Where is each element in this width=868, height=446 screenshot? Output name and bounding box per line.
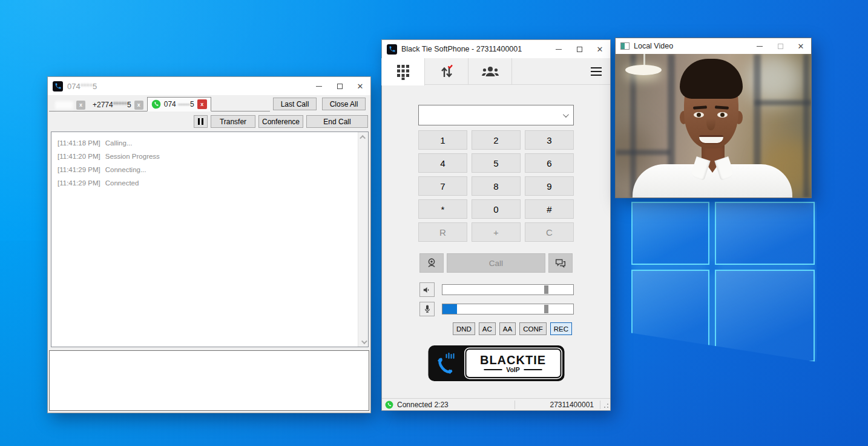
maximize-icon [337,84,343,89]
message-input-area[interactable] [49,350,369,411]
key-redial[interactable]: R [418,222,467,242]
key-2[interactable]: 2 [472,130,521,150]
tab-call-history[interactable] [425,58,469,85]
video-titlebar[interactable]: Local Video ✕ [616,38,811,54]
key-6[interactable]: 6 [525,153,574,173]
call-window-titlebar[interactable]: 074 **** 5 ✕ [48,77,370,95]
call-tab-1[interactable]: x [51,98,89,112]
hold-button[interactable] [194,115,208,128]
key-star[interactable]: * [418,199,467,219]
log-entry: [11:41:18 PM]Calling... [58,136,362,150]
key-5[interactable]: 5 [472,153,521,173]
microphone-icon [419,302,435,316]
chat-icon [554,256,567,270]
softphone-tabbar [382,58,610,85]
end-call-button[interactable]: End Call [306,115,368,128]
windows-logo-pane [715,202,815,265]
key-3[interactable]: 3 [525,130,574,150]
conf-toggle[interactable]: CONF [519,322,547,335]
close-button[interactable]: ✕ [590,40,610,58]
call-history-icon [439,64,455,79]
masked-digits: ----- [178,100,190,108]
window-title: 074 **** 5 [67,82,97,91]
ac-toggle[interactable]: AC [479,322,496,335]
chat-button[interactable] [548,253,573,273]
minimize-button[interactable] [749,38,770,54]
minimize-button[interactable] [548,40,569,58]
key-4[interactable]: 4 [418,153,467,173]
account-number: 27311400001 [515,401,600,409]
key-8[interactable]: 8 [472,176,521,196]
key-plus[interactable]: + [472,222,521,242]
tab-dialpad[interactable] [381,58,425,85]
dnd-toggle[interactable]: DND [453,322,475,335]
local-video-window: Local Video ✕ [615,38,812,198]
tab-close-icon[interactable]: x [197,99,207,109]
minimize-icon [316,86,322,87]
chevron-down-icon [563,112,569,118]
key-hash[interactable]: # [525,199,574,219]
video-vignette [616,54,811,198]
log-entry: [11:41:29 PM]Connected [58,176,362,190]
feature-toggles: DND AC AA CONF REC [453,322,572,335]
mic-slider[interactable] [442,304,574,315]
dialpad-icon [396,64,410,80]
close-all-button[interactable]: Close All [322,98,366,110]
call-tabs-row: x +2774*****5 x 074 -----5 x Last Call C… [49,97,368,112]
masked-digits: **** [81,82,93,91]
call-button[interactable]: Call [447,253,545,273]
speaker-volume-row [419,282,574,297]
transfer-button[interactable]: Transfer [211,115,255,128]
rec-toggle[interactable]: REC [550,322,572,335]
log-entry: [11:41:29 PM]Connecting... [58,163,362,176]
menu-button[interactable] [582,58,610,85]
softphone-statusbar: Connected 2:23 27311400001 [382,398,610,410]
video-icon [620,42,630,50]
desktop: 074 **** 5 ✕ x +2774*****5 x [0,0,868,446]
speaker-slider-handle[interactable] [544,285,548,294]
number-combobox[interactable] [418,105,574,125]
close-button[interactable]: ✕ [791,38,811,54]
softphone-titlebar[interactable]: Black Tie SoftPhone - 27311400001 ✕ [382,40,610,58]
tab-close-icon[interactable]: x [76,101,85,110]
call-tab-2[interactable]: +2774*****5 x [89,98,147,112]
masked-label [55,101,73,109]
video-call-button[interactable] [419,253,444,273]
scroll-down-button[interactable] [358,337,369,347]
call-log: [11:41:18 PM]Calling... [11:41:20 PM]Ses… [51,131,369,347]
resize-grip[interactable] [600,400,610,410]
chevron-down-icon [361,338,367,344]
minimize-icon [556,49,562,50]
key-9[interactable]: 9 [525,176,574,196]
tab-close-icon[interactable]: x [134,101,143,110]
key-0[interactable]: 0 [472,199,521,219]
key-7[interactable]: 7 [418,176,467,196]
scroll-up-button[interactable] [358,132,369,142]
brand-name: BLACKTIE [480,354,546,366]
pause-icon [198,118,203,125]
mic-slider-handle[interactable] [544,305,548,313]
aa-toggle[interactable]: AA [499,322,516,335]
logo-phone-icon [436,352,458,375]
speaker-slider[interactable] [442,284,574,295]
tab-contacts[interactable] [469,58,512,85]
speaker-icon [419,282,435,297]
call-tab-3-active[interactable]: 074 -----5 x [147,97,211,112]
call-actions-row: Transfer Conference End Call [194,115,368,128]
maximize-button[interactable] [569,40,590,58]
last-call-button[interactable]: Last Call [273,98,317,110]
conference-button[interactable]: Conference [258,115,303,128]
key-clear[interactable]: C [525,222,574,242]
call-window: 074 **** 5 ✕ x +2774*****5 x [47,76,371,413]
dialpad: 1 2 3 4 5 6 7 8 9 * 0 # R + C [418,130,574,242]
webcam-icon [425,256,438,270]
close-button[interactable]: ✕ [350,77,370,95]
maximize-button[interactable] [770,38,791,54]
softphone-window: Black Tie SoftPhone - 27311400001 ✕ [381,39,611,411]
log-scrollbar[interactable] [358,132,368,347]
brand-sub: VoIP [484,366,542,373]
minimize-button[interactable] [309,77,329,95]
key-1[interactable]: 1 [418,130,467,150]
maximize-button[interactable] [329,77,350,95]
local-video-feed [616,54,811,198]
